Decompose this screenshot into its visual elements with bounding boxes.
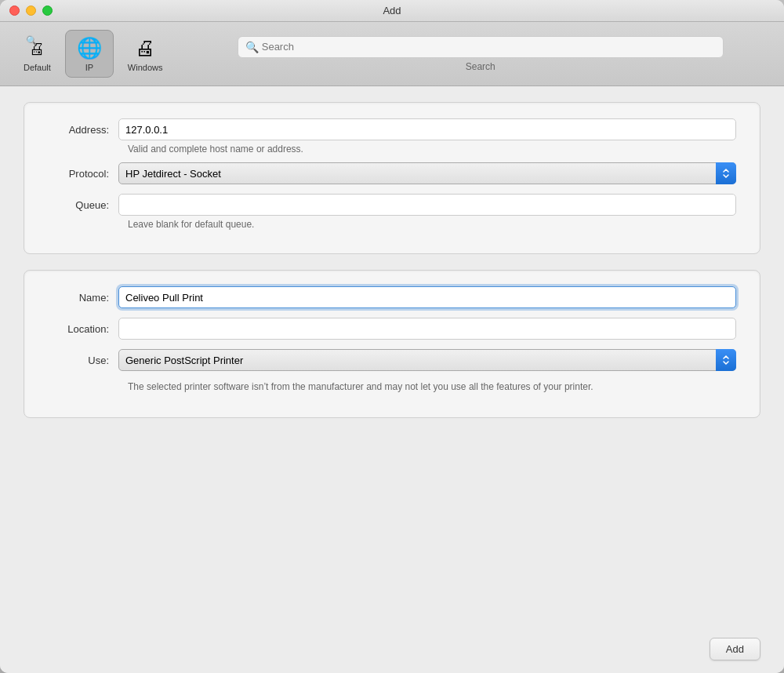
tab-ip-label: IP	[85, 63, 93, 72]
connection-panel: Address: Valid and complete host name or…	[24, 102, 760, 254]
use-row: Use: Generic PostScript Printer Select P…	[48, 349, 736, 371]
traffic-lights	[9, 5, 53, 16]
address-row: Address:	[48, 118, 736, 140]
search-input-wrapper: 🔍	[238, 36, 724, 58]
address-input[interactable]	[118, 118, 736, 140]
search-box: 🔍	[238, 36, 724, 58]
toolbar-buttons: 🖨 🔍 Default 🌐 IP 🖨 Windows	[13, 30, 173, 78]
search-label: Search	[466, 61, 495, 72]
protocol-select[interactable]: HP Jetdirect - Socket Line Printer Daemo…	[118, 162, 736, 184]
toolbar: 🖨 🔍 Default 🌐 IP 🖨 Windows	[0, 22, 784, 86]
use-label: Use:	[48, 355, 118, 366]
printer-info-panel: Name: Location: Use: Generic PostScript …	[24, 270, 760, 418]
default-icon: 🖨 🔍	[24, 35, 49, 60]
queue-label: Queue:	[48, 199, 118, 211]
search-icon: 🔍	[245, 41, 259, 53]
protocol-label: Protocol:	[48, 168, 118, 180]
minimize-button[interactable]	[26, 5, 36, 16]
location-row: Location:	[48, 318, 736, 340]
queue-hint: Leave blank for default queue.	[128, 219, 736, 230]
tab-windows[interactable]: 🖨 Windows	[117, 31, 174, 77]
add-printer-window: Add 🖨 🔍 Default 🌐 IP	[0, 0, 784, 673]
use-hint: The selected printer software isn’t from…	[128, 380, 677, 394]
add-button[interactable]: Add	[710, 638, 760, 660]
tab-default-label: Default	[24, 63, 51, 72]
queue-input[interactable]	[118, 194, 736, 216]
title-bar: Add	[0, 0, 784, 22]
search-area: 🔍 Search	[173, 36, 771, 72]
maximize-button[interactable]	[42, 5, 53, 16]
bottom-bar: Add	[0, 625, 784, 673]
ip-icon: 🌐	[77, 35, 102, 60]
use-select[interactable]: Generic PostScript Printer Select Printe…	[118, 349, 736, 371]
protocol-row: Protocol: HP Jetdirect - Socket Line Pri…	[48, 162, 736, 184]
tab-ip[interactable]: 🌐 IP	[65, 30, 114, 78]
location-input[interactable]	[118, 318, 736, 340]
name-label: Name:	[48, 292, 118, 304]
use-select-wrapper: Generic PostScript Printer Select Printe…	[118, 349, 736, 371]
window-title: Add	[383, 5, 401, 16]
address-label: Address:	[48, 124, 118, 136]
tab-default[interactable]: 🖨 🔍 Default	[13, 31, 62, 77]
close-button[interactable]	[9, 5, 20, 16]
name-input[interactable]	[118, 286, 736, 308]
protocol-select-wrapper: HP Jetdirect - Socket Line Printer Daemo…	[118, 162, 736, 184]
name-row: Name:	[48, 286, 736, 308]
queue-row: Queue:	[48, 194, 736, 216]
windows-icon: 🖨	[132, 35, 158, 60]
search-input[interactable]	[238, 36, 724, 58]
tab-windows-label: Windows	[128, 63, 163, 72]
main-content: Address: Valid and complete host name or…	[0, 86, 784, 625]
location-label: Location:	[48, 323, 118, 335]
address-hint: Valid and complete host name or address.	[128, 144, 736, 155]
